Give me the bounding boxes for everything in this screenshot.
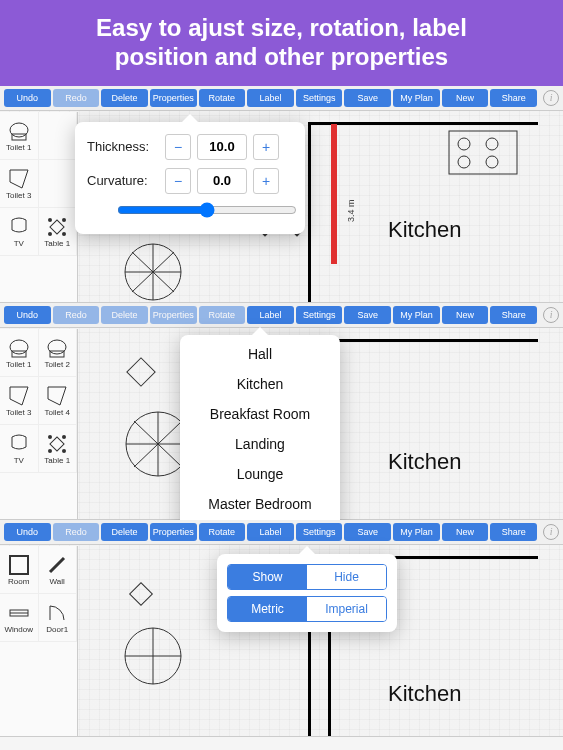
label-option[interactable]: Hall xyxy=(180,339,340,369)
save-button[interactable]: Save xyxy=(344,523,391,541)
undo-button[interactable]: Undo xyxy=(4,89,51,107)
save-button[interactable]: Save xyxy=(344,89,391,107)
stove-icon[interactable] xyxy=(448,130,518,175)
curvature-slider[interactable] xyxy=(117,202,297,218)
curvature-decrement[interactable]: − xyxy=(165,168,191,194)
svg-point-11 xyxy=(486,156,498,168)
label-button[interactable]: Label xyxy=(247,89,294,107)
label-button[interactable]: Label xyxy=(247,306,294,324)
palette-item[interactable]: Toilet 3 xyxy=(0,160,39,208)
label-option[interactable]: Master Bedroom xyxy=(180,489,340,519)
palette-item[interactable]: Wall xyxy=(39,546,78,594)
settings-button[interactable]: Settings xyxy=(296,306,343,324)
table-icon[interactable] xyxy=(118,349,164,395)
myplan-button[interactable]: My Plan xyxy=(393,89,440,107)
save-button[interactable]: Save xyxy=(344,306,391,324)
hide-button[interactable]: Hide xyxy=(307,565,386,589)
palette-item[interactable]: Toilet 1 xyxy=(0,112,39,160)
label-option[interactable]: Landing xyxy=(180,429,340,459)
info-icon[interactable]: i xyxy=(543,524,559,540)
toilet-icon xyxy=(7,336,31,360)
object-palette: Toilet 1 Toilet 3 TV Table 1 xyxy=(0,112,78,302)
svg-point-35 xyxy=(62,449,66,453)
palette-item[interactable] xyxy=(39,160,78,208)
svg-rect-41 xyxy=(127,357,155,385)
wall-icon xyxy=(45,553,69,577)
palette-item[interactable]: TV xyxy=(0,208,39,256)
palette-item[interactable]: TV xyxy=(0,425,39,473)
redo-button[interactable]: Redo xyxy=(53,89,100,107)
palette-item[interactable]: Window xyxy=(0,594,39,642)
label-option[interactable]: Lounge xyxy=(180,459,340,489)
redo-button[interactable]: Redo xyxy=(53,306,100,324)
svg-rect-31 xyxy=(50,437,64,451)
toolbar: Undo Redo Delete Properties Rotate Label… xyxy=(0,303,563,328)
share-button[interactable]: Share xyxy=(490,523,537,541)
svg-rect-2 xyxy=(50,220,64,234)
metric-button[interactable]: Metric xyxy=(228,597,307,621)
undo-button[interactable]: Undo xyxy=(4,523,51,541)
room-label[interactable]: Kitchen xyxy=(388,449,461,475)
umbrella-icon[interactable] xyxy=(118,626,188,686)
settings-button[interactable]: Settings xyxy=(296,523,343,541)
share-button[interactable]: Share xyxy=(490,306,537,324)
thickness-decrement[interactable]: − xyxy=(165,134,191,160)
show-button[interactable]: Show xyxy=(228,565,307,589)
share-button[interactable]: Share xyxy=(490,89,537,107)
toilet3-icon xyxy=(7,167,31,191)
table-icon[interactable] xyxy=(123,576,159,612)
svg-line-43 xyxy=(50,558,64,572)
thickness-increment[interactable]: + xyxy=(253,134,279,160)
palette-item[interactable]: Toilet 3 xyxy=(0,377,39,425)
rotate-button[interactable]: Rotate xyxy=(199,523,246,541)
info-icon[interactable]: i xyxy=(543,90,559,106)
svg-point-6 xyxy=(62,232,66,236)
properties-button[interactable]: Properties xyxy=(150,306,197,324)
new-button[interactable]: New xyxy=(442,523,489,541)
palette-item[interactable]: Room xyxy=(0,546,39,594)
room-label[interactable]: Kitchen xyxy=(388,217,461,243)
svg-point-34 xyxy=(48,449,52,453)
window-icon xyxy=(7,601,31,625)
panel-label: Undo Redo Delete Properties Rotate Label… xyxy=(0,303,563,520)
settings-button[interactable]: Settings xyxy=(296,89,343,107)
info-icon[interactable]: i xyxy=(543,307,559,323)
thickness-input[interactable] xyxy=(197,134,247,160)
properties-button[interactable]: Properties xyxy=(150,523,197,541)
label-option[interactable]: Kitchen xyxy=(180,369,340,399)
label-button[interactable]: Label xyxy=(247,523,294,541)
table-icon xyxy=(45,432,69,456)
properties-popover: Thickness: − + Curvature: − + xyxy=(75,122,305,234)
palette-item[interactable]: Toilet 4 xyxy=(39,377,78,425)
room-label[interactable]: Kitchen xyxy=(388,681,461,707)
curvature-increment[interactable]: + xyxy=(253,168,279,194)
dimension-label: 3.4 m xyxy=(346,199,356,222)
delete-button[interactable]: Delete xyxy=(101,306,148,324)
myplan-button[interactable]: My Plan xyxy=(393,306,440,324)
imperial-button[interactable]: Imperial xyxy=(307,597,386,621)
toilet3-icon xyxy=(7,384,31,408)
palette-item[interactable]: Toilet 1 xyxy=(0,329,39,377)
new-button[interactable]: New xyxy=(442,306,489,324)
curvature-label: Curvature: xyxy=(87,173,159,188)
selected-wall[interactable] xyxy=(331,124,337,264)
palette-item[interactable]: Table 1 xyxy=(39,208,78,256)
label-option[interactable]: Breakfast Room xyxy=(180,399,340,429)
svg-point-10 xyxy=(458,156,470,168)
properties-button[interactable]: Properties xyxy=(150,89,197,107)
myplan-button[interactable]: My Plan xyxy=(393,523,440,541)
curvature-input[interactable] xyxy=(197,168,247,194)
rotate-button[interactable]: Rotate xyxy=(199,89,246,107)
palette-item[interactable]: Toilet 2 xyxy=(39,329,78,377)
redo-button[interactable]: Redo xyxy=(53,523,100,541)
umbrella-icon[interactable] xyxy=(118,242,188,302)
delete-button[interactable]: Delete xyxy=(101,89,148,107)
toilet2-icon xyxy=(45,336,69,360)
new-button[interactable]: New xyxy=(442,89,489,107)
rotate-button[interactable]: Rotate xyxy=(199,306,246,324)
undo-button[interactable]: Undo xyxy=(4,306,51,324)
palette-item[interactable]: Table 1 xyxy=(39,425,78,473)
palette-item[interactable]: Door1 xyxy=(39,594,78,642)
delete-button[interactable]: Delete xyxy=(101,523,148,541)
palette-item[interactable] xyxy=(39,112,78,160)
